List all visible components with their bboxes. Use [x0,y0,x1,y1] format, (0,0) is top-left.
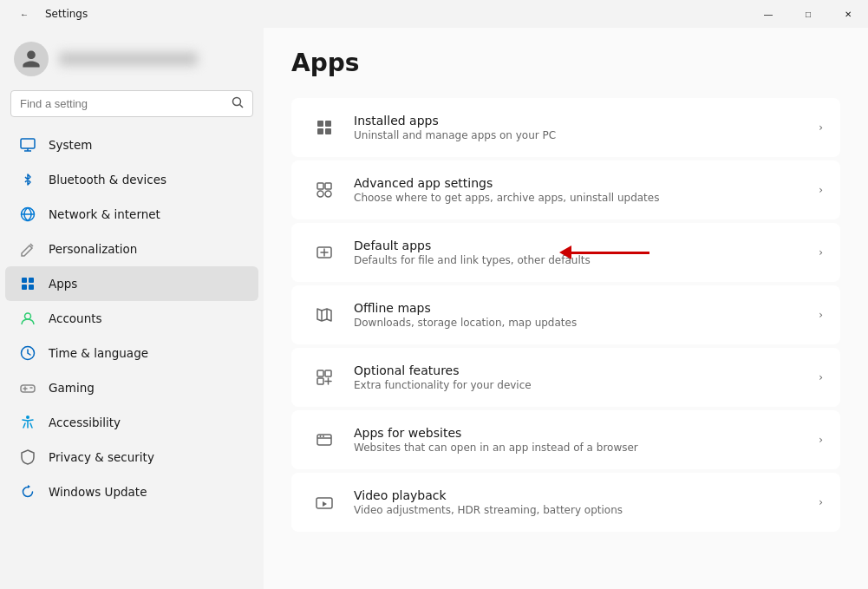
offline-maps-icon [309,299,340,330]
settings-item-offline-maps[interactable]: Offline maps Downloads, storage location… [291,285,840,344]
chevron-icon: › [819,309,823,321]
personalization-icon [19,240,36,258]
network-icon [19,206,36,223]
settings-item-desc: Extra functionality for your device [354,379,808,391]
svg-rect-6 [22,285,27,290]
svg-rect-16 [317,183,323,189]
settings-item-desc: Downloads, storage location, map updates [354,317,808,329]
svg-point-26 [323,435,324,437]
settings-item-text: Installed apps Uninstall and manage apps… [354,114,808,141]
update-icon [19,483,36,501]
advanced-app-settings-icon [309,174,340,206]
accounts-icon [19,310,36,327]
settings-item-advanced-app-settings[interactable]: Advanced app settings Choose where to ge… [291,160,840,219]
settings-item-desc: Uninstall and manage apps on your PC [354,129,808,141]
svg-point-19 [325,191,331,197]
system-icon [19,136,36,154]
svg-rect-4 [22,278,27,283]
settings-item-text: Video playback Video adjustments, HDR st… [354,488,808,516]
titlebar-left: ← Settings [10,0,88,28]
nav-item-label: System [49,138,92,152]
settings-item-optional-features[interactable]: Optional features Extra functionality fo… [291,348,840,407]
sidebar-item-system[interactable]: System [5,128,258,162]
svg-rect-17 [325,183,331,189]
red-arrow-annotation [559,245,649,259]
settings-list: Installed apps Uninstall and manage apps… [291,98,840,532]
nav-item-label: Network & internet [49,207,160,221]
svg-rect-2 [21,139,35,148]
search-input[interactable] [20,97,225,110]
user-area[interactable] [0,28,264,87]
settings-item-video-playback[interactable]: Video playback Video adjustments, HDR st… [291,473,840,532]
svg-rect-7 [29,285,34,290]
nav-item-label: Bluetooth & devices [49,173,166,187]
nav-item-label: Windows Update [49,485,147,499]
settings-item-title: Video playback [354,488,808,502]
privacy-icon [19,448,36,466]
svg-point-25 [320,435,322,437]
sidebar-item-accessibility[interactable]: Accessibility [5,405,258,440]
sidebar-item-update[interactable]: Windows Update [5,474,258,509]
settings-item-desc: Choose where to get apps, archive apps, … [354,192,808,204]
svg-point-11 [26,416,29,419]
svg-point-8 [25,313,31,319]
sidebar-item-time[interactable]: Time & language [5,336,258,370]
installed-apps-icon [309,112,340,143]
svg-rect-14 [317,128,323,134]
close-button[interactable]: ✕ [828,0,868,28]
sidebar-item-privacy[interactable]: Privacy & security [5,440,258,474]
optional-features-icon [309,362,340,393]
chevron-icon: › [819,371,823,383]
page-title: Apps [291,49,840,77]
nav-item-label: Personalization [49,242,137,256]
search-container [0,87,264,128]
settings-item-text: Optional features Extra functionality fo… [354,363,808,391]
sidebar-item-personalization[interactable]: Personalization [5,232,258,266]
search-box[interactable] [10,90,253,117]
settings-item-apps-for-websites[interactable]: Apps for websites Websites that can open… [291,410,840,469]
sidebar: System Bluetooth & devices Network & int… [0,28,264,589]
nav-item-label: Privacy & security [49,450,154,464]
nav-item-label: Accounts [49,311,102,325]
avatar [14,42,49,76]
accessibility-icon [19,414,36,431]
time-icon [19,344,36,362]
chevron-icon: › [819,246,823,259]
svg-rect-12 [317,121,323,127]
bluetooth-icon [19,171,36,188]
sidebar-item-accounts[interactable]: Accounts [5,301,258,336]
svg-rect-15 [325,128,331,134]
sidebar-item-gaming[interactable]: Gaming [5,370,258,405]
svg-rect-24 [317,435,331,445]
settings-item-default-apps[interactable]: Default apps Defaults for file and link … [291,223,840,282]
chevron-icon: › [819,434,823,446]
titlebar-controls: — □ ✕ [748,0,868,28]
maximize-button[interactable]: □ [788,0,828,28]
settings-item-desc: Video adjustments, HDR streaming, batter… [354,504,808,516]
svg-rect-5 [29,278,34,283]
person-icon [21,49,42,69]
search-icon [232,96,244,111]
apps-for-websites-icon [309,424,340,455]
svg-point-0 [233,98,241,106]
settings-item-text: Apps for websites Websites that can open… [354,426,808,454]
nav-item-label: Apps [49,277,77,291]
sidebar-item-apps[interactable]: Apps [5,266,258,301]
settings-item-text: Advanced app settings Choose where to ge… [354,176,808,204]
settings-item-title: Installed apps [354,114,808,128]
svg-rect-23 [317,378,323,384]
sidebar-item-bluetooth[interactable]: Bluetooth & devices [5,162,258,197]
settings-item-title: Optional features [354,363,808,377]
sidebar-item-network[interactable]: Network & internet [5,197,258,232]
nav-item-label: Time & language [49,346,148,360]
back-button[interactable]: ← [10,0,38,28]
nav-item-label: Gaming [49,381,95,395]
apps-icon [19,275,36,292]
chevron-icon: › [819,121,823,134]
user-name [59,52,198,66]
settings-item-installed-apps[interactable]: Installed apps Uninstall and manage apps… [291,98,840,157]
settings-item-desc: Websites that can open in an app instead… [354,442,808,454]
settings-item-title: Apps for websites [354,426,808,440]
svg-point-18 [317,191,323,197]
minimize-button[interactable]: — [748,0,788,28]
